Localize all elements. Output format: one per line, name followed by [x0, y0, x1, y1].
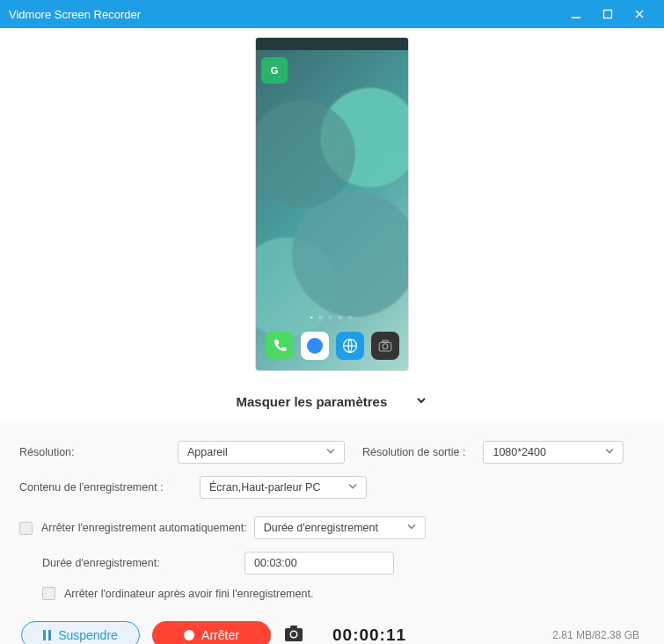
storage-info: 2.81 MB/82.38 GB [552, 629, 639, 641]
svg-rect-1 [604, 11, 612, 18]
output-resolution-label: Résolution de sortie : [362, 446, 465, 458]
window-title: Vidmore Screen Recorder [9, 8, 560, 21]
camera-icon [371, 332, 399, 360]
output-resolution-select[interactable]: 1080*2400 [483, 441, 624, 464]
phone-app-icon: G [261, 57, 288, 84]
chevron-down-icon [405, 521, 418, 536]
pause-button[interactable]: Suspendre [21, 621, 140, 644]
chevron-down-icon [403, 394, 427, 409]
stop-icon [184, 630, 194, 640]
messages-icon [301, 332, 329, 360]
settings-panel: Résolution: Appareil Résolution de sorti… [0, 423, 664, 644]
recording-timer: 00:00:11 [332, 626, 406, 644]
phone-statusbar [256, 38, 408, 50]
maximize-button[interactable] [592, 9, 624, 19]
phone-icon [266, 332, 294, 360]
chevron-down-icon [347, 480, 359, 495]
chevron-down-icon [603, 445, 616, 460]
phone-page-dots: • ○ ○ ○ ○ [256, 313, 408, 321]
titlebar: Vidmore Screen Recorder [0, 0, 664, 28]
svg-rect-7 [383, 340, 388, 342]
duration-input[interactable] [244, 552, 394, 574]
control-bar: Suspendre Arrêter 00:00:11 2.81 MB/82.38… [19, 605, 645, 644]
preview-area: G • ○ ○ ○ ○ [0, 28, 664, 378]
autostop-label: Arrêter l'enregistrement automatiquement… [41, 522, 247, 534]
autostop-checkbox[interactable] [19, 522, 33, 535]
resolution-select[interactable]: Appareil [178, 441, 345, 464]
shutdown-checkbox[interactable] [42, 587, 55, 600]
chevron-down-icon [325, 445, 337, 460]
svg-point-6 [383, 344, 388, 349]
duration-label: Durée d'enregistrement: [42, 557, 244, 569]
close-button[interactable] [624, 8, 655, 20]
recording-content-label: Contenu de l'enregistrement : [19, 481, 200, 494]
phone-dock [256, 326, 408, 365]
minimize-button[interactable] [560, 8, 592, 20]
toggle-settings-label: Masquer les paramètres [237, 394, 388, 409]
svg-point-10 [291, 632, 296, 637]
stop-button[interactable]: Arrêter [152, 621, 271, 644]
pause-icon [43, 630, 51, 640]
recording-content-select[interactable]: Écran,Haut-parleur PC [200, 476, 367, 499]
autostop-type-select[interactable]: Durée d'enregistrement [254, 516, 426, 539]
screenshot-button[interactable] [283, 624, 303, 644]
shutdown-label: Arrêter l'ordinateur après avoir fini l'… [64, 588, 313, 600]
browser-icon [336, 332, 364, 360]
toggle-settings-button[interactable]: Masquer les paramètres [0, 378, 664, 423]
resolution-label: Résolution: [19, 446, 178, 458]
phone-preview: G • ○ ○ ○ ○ [255, 37, 409, 371]
svg-rect-11 [290, 626, 297, 628]
